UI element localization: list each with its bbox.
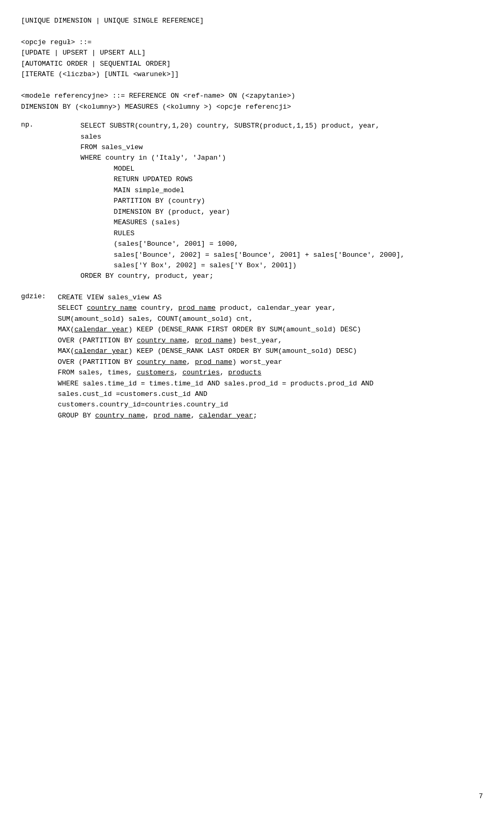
np-label: np. [21,121,47,129]
np-section: np. SELECT SUBSTR(country,1,20) country,… [21,121,483,282]
np-code: SELECT SUBSTR(country,1,20) country, SUB… [47,121,405,282]
gdzie-label: gdzie: [21,292,58,300]
top-code-block: [UNIQUE DIMENSION | UNIQUE SINGLE REFERE… [21,16,483,112]
gdzie-code-block: CREATE VIEW sales_view ASSELECT country_… [58,292,373,421]
gdzie-section: gdzie: CREATE VIEW sales_view ASSELECT c… [21,292,483,421]
page-content: [UNIQUE DIMENSION | UNIQUE SINGLE REFERE… [21,16,483,421]
page-number: 7 [479,792,483,800]
